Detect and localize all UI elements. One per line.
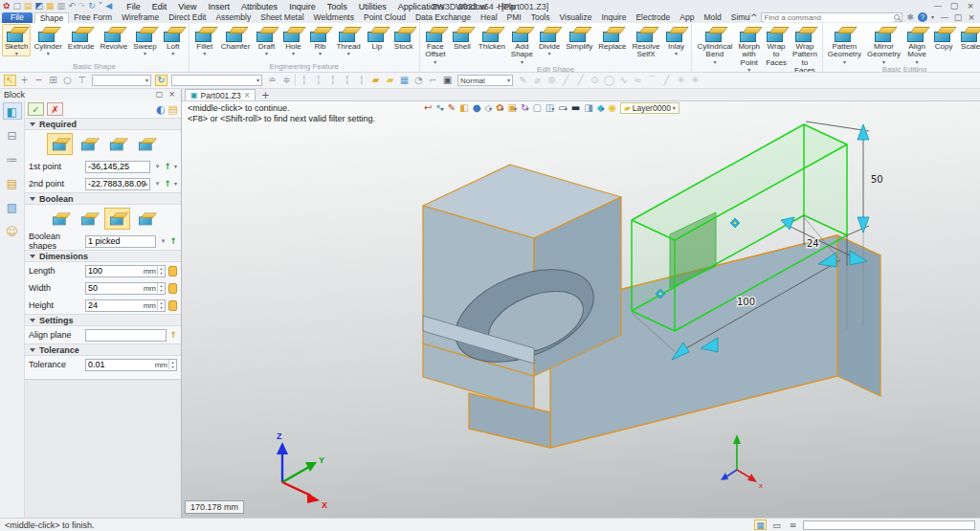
tab-electrode[interactable]: Electrode xyxy=(631,12,675,23)
chevron-down-icon[interactable]: ▾ xyxy=(713,59,716,64)
circle-center-tool-icon[interactable]: ⊙ xyxy=(589,75,601,86)
doc-minimize-button[interactable]: — xyxy=(938,13,951,22)
section-view-icon[interactable]: ✿▾ xyxy=(496,103,503,113)
chevron-down-icon[interactable]: ▾ xyxy=(319,51,322,55)
pick-window-icon[interactable]: ⊞ xyxy=(47,75,59,86)
viewport-canvas[interactable]: <middle-click> to continue. <F8> or <Shi… xyxy=(182,101,980,518)
display-mode-icon[interactable]: ▣ xyxy=(441,75,454,86)
align-vertical-icon[interactable]: ≑ xyxy=(280,75,293,86)
wireframe-mode-icon[interactable]: ◇▾ xyxy=(484,103,492,113)
tab-data-exchange[interactable]: Data Exchange xyxy=(411,12,476,23)
ribbon-button-mirror-geometry[interactable]: Mirror Geometry▾ xyxy=(864,24,903,65)
image-icon[interactable]: ▦ xyxy=(398,75,411,86)
app-logo-icon[interactable]: ✿ xyxy=(3,2,11,11)
chevron-down-icon[interactable]: ▾ xyxy=(144,51,146,55)
tab-inquire[interactable]: Inquire xyxy=(596,12,631,23)
chevron-down-icon[interactable]: ▾ xyxy=(174,181,177,187)
spinner[interactable] xyxy=(157,300,165,310)
menu-edit[interactable]: Edit xyxy=(146,2,173,11)
boolean-shapes-input[interactable] xyxy=(85,235,156,248)
ribbon-button-cylindrical-bend[interactable]: Cylindrical Bend▾ xyxy=(694,24,735,65)
redo-icon[interactable]: ↷ xyxy=(78,2,86,11)
ribbon-button-cylinder[interactable]: Cylinder▾ xyxy=(31,24,64,56)
window-view-icon[interactable]: ▢ xyxy=(532,103,541,113)
history-clock-icon[interactable]: ◔ xyxy=(412,75,425,86)
snap-filter-1-icon[interactable]: ╎ xyxy=(298,75,310,86)
ribbon-button-sketch[interactable]: Sketch▾ xyxy=(2,24,31,56)
tab-mold[interactable]: Mold xyxy=(699,12,725,23)
tab-wireframe[interactable]: Wireframe xyxy=(117,12,164,23)
open-folder-icon[interactable]: ▰ xyxy=(369,75,382,86)
point-style-combo[interactable]: Normal▾ xyxy=(457,75,513,86)
chevron-down-icon[interactable]: ▾ xyxy=(47,51,50,55)
ribbon-button-resolve-selfx[interactable]: Resolve SelfX xyxy=(630,24,663,60)
ribbon-button-sweep[interactable]: Sweep▾ xyxy=(130,24,159,56)
ribbon-button-simplify[interactable]: Simplify xyxy=(563,24,595,52)
ribbon-button-morph-with-point[interactable]: Morph with Point▾ xyxy=(735,24,763,73)
menu-window[interactable]: Window xyxy=(450,2,492,11)
ribbon-button-add-shape[interactable]: Add Shape▾ xyxy=(508,24,536,65)
section-tolerance[interactable]: Tolerance xyxy=(25,343,181,356)
face-display-icon[interactable]: ◆▾ xyxy=(597,103,605,113)
tab-free-form[interactable]: Free Form xyxy=(69,12,117,23)
ribbon-button-rib[interactable]: Rib▾ xyxy=(306,24,333,56)
menu-utilities[interactable]: Utilities xyxy=(353,2,392,11)
tab-heal[interactable]: Heal xyxy=(476,12,501,23)
ribbon-button-inlay[interactable]: Inlay▾ xyxy=(662,24,689,56)
open-file-icon[interactable]: ▤ xyxy=(24,2,33,11)
history-manager-tab[interactable]: ≔ xyxy=(3,150,22,167)
fullscreen-icon[interactable]: ▭▾ xyxy=(558,103,567,113)
chevron-down-icon[interactable]: ▾ xyxy=(292,51,295,55)
save-all-icon[interactable]: ▦ xyxy=(46,2,55,11)
ribbon-button-shell[interactable]: Shell xyxy=(449,24,476,52)
new-tab-button[interactable]: + xyxy=(258,91,272,100)
boolean-add-option[interactable] xyxy=(76,208,101,230)
ribbon-button-divide[interactable]: Divide▾ xyxy=(536,24,563,56)
segment-tool-icon[interactable]: ╱ xyxy=(660,75,673,86)
snap-filter-2-icon[interactable]: ╎ xyxy=(312,75,324,86)
pick-filter-cursor-icon[interactable]: ↖ xyxy=(4,75,16,86)
menu-file[interactable]: File xyxy=(121,2,146,11)
gear-icon[interactable]: ✱ xyxy=(906,13,914,22)
align-plane-input[interactable] xyxy=(85,329,167,342)
ribbon-button-loft[interactable]: Loft▾ xyxy=(160,24,187,56)
panel-float-icon[interactable]: ▢ xyxy=(154,91,165,99)
regen-icon[interactable]: ↻ xyxy=(88,2,96,11)
ribbon-button-scale[interactable]: Scale xyxy=(957,24,980,52)
dim-height-label[interactable]: 50 xyxy=(871,174,883,185)
circle-tool-icon[interactable]: ◯ xyxy=(603,75,615,86)
tab-shape[interactable]: Shape xyxy=(34,12,70,23)
chevron-down-icon[interactable]: ▾ xyxy=(675,51,678,55)
boolean-intersect-option[interactable] xyxy=(133,208,159,230)
ribbon-button-stock[interactable]: Stock xyxy=(390,24,417,52)
bulb-icon[interactable]: ◉ xyxy=(608,103,616,113)
dark-theme-icon[interactable]: ▬ xyxy=(571,103,580,113)
pick-from-screen-icon[interactable]: ↑ xyxy=(164,180,171,188)
cancel-button[interactable]: ✗ xyxy=(47,102,63,116)
print-icon[interactable]: ▥ xyxy=(57,2,66,11)
lock-icon[interactable] xyxy=(168,266,177,277)
ribbon-button-pattern-geometry[interactable]: Pattern Geometry▾ xyxy=(825,24,864,65)
tab-sheet-metal[interactable]: Sheet Metal xyxy=(256,12,308,23)
dialog-options-icon[interactable]: ▤ xyxy=(168,104,178,115)
point-input[interactable] xyxy=(85,178,150,190)
ribbon-button-draft[interactable]: Draft▾ xyxy=(253,24,279,56)
chevron-down-icon[interactable]: ▾ xyxy=(171,51,174,55)
chevron-down-icon[interactable]: ▾ xyxy=(548,51,551,55)
menu-insert[interactable]: Insert xyxy=(203,2,236,11)
ribbon-button-hole[interactable]: Hole▾ xyxy=(279,24,306,56)
ribbon-button-fillet[interactable]: Fillet▾ xyxy=(191,24,218,56)
point-input[interactable] xyxy=(85,161,150,173)
toolbar-separator[interactable] xyxy=(295,75,296,86)
doc-restore-button[interactable]: ▢ xyxy=(951,13,965,22)
ribbon-button-thread[interactable]: Thread▾ xyxy=(333,24,363,56)
ok-button[interactable]: ✓ xyxy=(28,102,44,116)
block-center-option[interactable] xyxy=(76,133,101,155)
tab-point-cloud[interactable]: Point Cloud xyxy=(359,12,411,23)
block-two-point-option[interactable] xyxy=(47,133,73,155)
info-icon[interactable]: ◐ xyxy=(156,104,166,115)
chevron-down-icon[interactable]: ▾ xyxy=(15,51,18,55)
attribute-brush-icon[interactable]: ⌀ xyxy=(531,75,544,86)
monitor-icon[interactable]: ▭ xyxy=(770,520,783,530)
dimension-input[interactable] xyxy=(86,283,144,293)
